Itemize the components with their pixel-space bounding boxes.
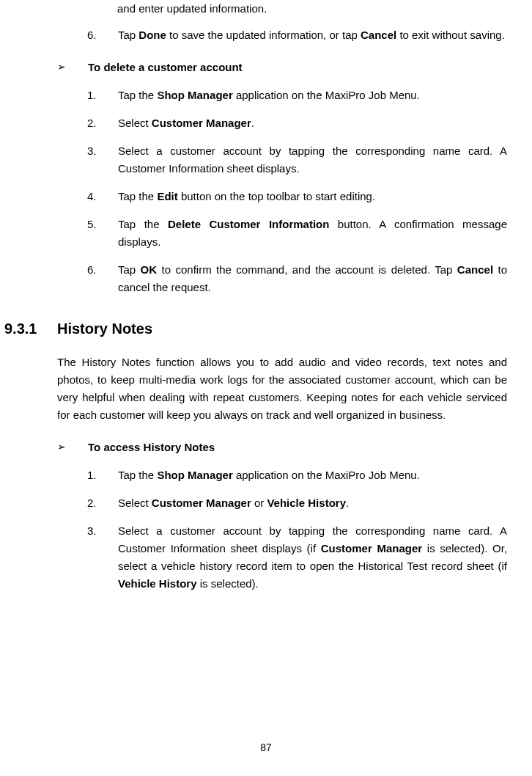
section-heading: 9.3.1 History Notes xyxy=(4,317,507,340)
bold-text: Cancel xyxy=(361,29,396,41)
list-item: 5.Tap the Delete Customer Information bu… xyxy=(87,216,507,251)
bold-text: Customer Manager xyxy=(152,497,251,509)
delete-steps-list: 1.Tap the Shop Manager application on th… xyxy=(0,87,507,296)
list-text: Tap the Shop Manager application on the … xyxy=(118,87,507,104)
list-text: Tap the Edit button on the top toolbar t… xyxy=(118,188,507,205)
bold-text: Customer Manager xyxy=(321,542,422,554)
list-item: 3.Select a customer account by tapping t… xyxy=(87,522,507,593)
list-number: 2. xyxy=(87,114,118,132)
list-number: 3. xyxy=(87,142,118,177)
list-item: 2.Select Customer Manager or Vehicle His… xyxy=(87,494,507,512)
bold-text: Vehicle History xyxy=(267,497,346,509)
access-steps-list: 1.Tap the Shop Manager application on th… xyxy=(0,466,507,593)
list-item: 1.Tap the Shop Manager application on th… xyxy=(87,466,507,484)
page-number: 87 xyxy=(0,739,532,755)
list-item: 4.Tap the Edit button on the top toolbar… xyxy=(87,188,507,205)
bold-text: Customer Manager xyxy=(152,117,251,129)
bold-text: Vehicle History xyxy=(118,577,197,590)
arrow-icon: ➢ xyxy=(57,439,88,455)
list-item: 2.Select Customer Manager. xyxy=(87,114,507,132)
section-title: History Notes xyxy=(57,317,152,340)
list-number: 5. xyxy=(87,216,118,251)
section-number: 9.3.1 xyxy=(4,317,57,340)
list-text: Tap the Delete Customer Information butt… xyxy=(118,216,507,251)
bold-text: OK xyxy=(141,263,158,276)
list-item: 3.Select a customer account by tapping t… xyxy=(87,142,507,177)
bold-text: Shop Manager xyxy=(157,89,232,101)
list-number: 6. xyxy=(87,26,118,44)
bold-text: Done xyxy=(138,29,166,41)
list-number: 6. xyxy=(87,261,118,296)
arrow-icon: ➢ xyxy=(57,59,88,75)
bold-text: Shop Manager xyxy=(157,469,232,481)
list-number: 3. xyxy=(87,522,118,593)
list-number: 1. xyxy=(87,466,118,484)
delete-account-header: ➢ To delete a customer account xyxy=(57,59,507,76)
list-text: Tap Done to save the updated information… xyxy=(118,26,507,44)
list-number: 4. xyxy=(87,188,118,205)
list-item: 6.Tap OK to confirm the command, and the… xyxy=(87,261,507,296)
list-number: 2. xyxy=(87,494,118,512)
list-item: 1.Tap the Shop Manager application on th… xyxy=(87,87,507,104)
list-number: 1. xyxy=(87,87,118,104)
list-item: 6. Tap Done to save the updated informat… xyxy=(87,26,507,44)
bold-text: Cancel xyxy=(457,263,493,276)
list-text: Tap OK to confirm the command, and the a… xyxy=(118,261,507,296)
list-text: Select a customer account by tapping the… xyxy=(118,522,507,593)
bullet-title: To delete a customer account xyxy=(88,59,243,76)
access-history-header: ➢ To access History Notes xyxy=(57,439,507,456)
list-text: Tap the Shop Manager application on the … xyxy=(118,466,507,484)
truncated-prev-text: and enter updated information. xyxy=(117,0,507,18)
bold-text: Edit xyxy=(157,190,177,202)
history-notes-paragraph: The History Notes function allows you to… xyxy=(57,354,507,424)
list-text: Select a customer account by tapping the… xyxy=(118,142,507,177)
bold-text: Delete Customer Information xyxy=(168,218,329,230)
list-text: Select Customer Manager. xyxy=(118,114,507,132)
list-text: Select Customer Manager or Vehicle Histo… xyxy=(118,494,507,512)
bullet-title: To access History Notes xyxy=(88,439,215,456)
